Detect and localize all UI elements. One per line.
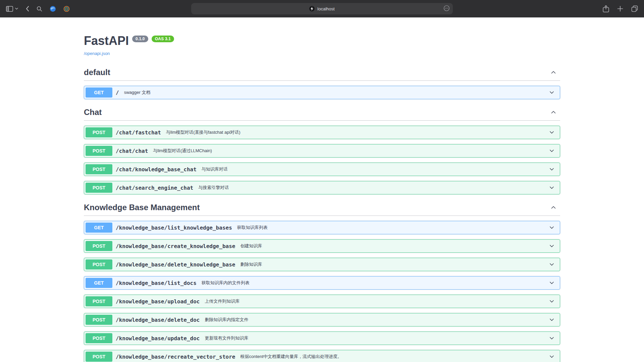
chevron-up-icon[interactable] xyxy=(551,205,556,210)
method-badge: POST xyxy=(86,164,112,174)
method-badge: POST xyxy=(86,127,112,137)
section-operations: GET /knowledge_base/list_knowledge_bases… xyxy=(84,221,560,362)
swagger-page: FastAPI 0.1.0 OAS 3.1 /openapi.json defa… xyxy=(0,17,644,362)
operation-description: 创建知识库 xyxy=(240,243,262,249)
site-favicon xyxy=(309,6,315,11)
sidebar-toggle-icon[interactable] xyxy=(6,6,13,12)
chevron-down-icon[interactable] xyxy=(548,166,555,173)
chevron-down-icon[interactable] xyxy=(548,129,555,136)
operation-description: 与llm模型对话(直接与fastchat api对话) xyxy=(166,129,240,135)
operation-path: /chat/chat xyxy=(116,148,148,154)
api-title-text: FastAPI xyxy=(84,34,129,48)
operation-path: /knowledge_base/delete_doc xyxy=(116,317,200,323)
chevron-down-icon[interactable] xyxy=(548,224,555,231)
operation-path: /knowledge_base/update_doc xyxy=(116,335,200,342)
chevron-down-icon[interactable] xyxy=(548,89,555,96)
sidebar-chevron-down-icon[interactable] xyxy=(15,8,18,10)
operation-description: 上传文件到知识库 xyxy=(205,298,239,304)
operation-description: 根据content中文档重建向量库，流式输出处理进度。 xyxy=(240,354,342,360)
method-badge: GET xyxy=(86,87,112,98)
back-icon[interactable] xyxy=(25,6,29,12)
chevron-down-icon[interactable] xyxy=(548,316,555,323)
operation-path: /knowledge_base/recreate_vector_store xyxy=(116,354,235,360)
operation-row[interactable]: POST /knowledge_base/recreate_vector_sto… xyxy=(84,350,560,362)
method-badge: POST xyxy=(86,259,112,269)
operation-description: 删除知识库 xyxy=(240,261,262,267)
new-tab-icon[interactable] xyxy=(617,6,623,12)
operation-row[interactable]: POST /chat/knowledge_base_chat 与知识库对话 xyxy=(84,163,560,176)
operation-row[interactable]: POST /chat/fastchat 与llm模型对话(直接与fastchat… xyxy=(84,126,560,139)
method-badge: POST xyxy=(86,146,112,156)
api-info: FastAPI 0.1.0 OAS 3.1 /openapi.json xyxy=(84,34,560,56)
rings-extension-icon[interactable] xyxy=(63,6,70,12)
chevron-down-icon[interactable] xyxy=(548,184,555,191)
address-text: localhost xyxy=(317,6,334,11)
operation-description: 与搜索引擎对话 xyxy=(198,185,229,191)
operation-row[interactable]: POST /chat/chat 与llm模型对话(通过LLMChain) xyxy=(84,144,560,158)
operation-row[interactable]: POST /knowledge_base/upload_doc 上传文件到知识库 xyxy=(84,295,560,308)
search-icon[interactable] xyxy=(37,6,42,12)
bird-extension-icon[interactable] xyxy=(50,6,56,12)
method-badge: POST xyxy=(86,352,112,362)
operation-description: 获取知识库列表 xyxy=(237,225,268,231)
section-title[interactable]: Chat xyxy=(84,108,102,117)
address-bar[interactable]: localhost xyxy=(191,3,453,14)
operation-description: 获取知识库内的文件列表 xyxy=(202,280,250,286)
operation-row[interactable]: POST /knowledge_base/create_knowledge_ba… xyxy=(84,239,560,253)
section-operations: GET / swagger 文档 xyxy=(84,86,560,99)
operation-path: /knowledge_base/create_knowledge_base xyxy=(116,243,235,249)
chevron-down-icon[interactable] xyxy=(548,147,555,154)
section-header[interactable]: Knowledge Base Management xyxy=(84,199,560,216)
method-badge: POST xyxy=(86,296,112,306)
method-badge: POST xyxy=(86,183,112,193)
section-operations: POST /chat/fastchat 与llm模型对话(直接与fastchat… xyxy=(84,126,560,194)
section-title[interactable]: default xyxy=(84,68,110,77)
chevron-up-icon[interactable] xyxy=(551,110,556,115)
operation-description: 删除知识库内指定文件 xyxy=(205,317,248,323)
operation-path: /knowledge_base/upload_doc xyxy=(116,298,200,305)
section-title[interactable]: Knowledge Base Management xyxy=(84,203,200,212)
method-badge: POST xyxy=(86,315,112,325)
section-header[interactable]: Chat xyxy=(84,104,560,121)
operations-sections: default GET / swagger 文档 Chat xyxy=(84,64,560,362)
operation-path: /knowledge_base/delete_knowledge_base xyxy=(116,261,235,268)
api-section: default GET / swagger 文档 xyxy=(84,64,560,99)
operation-path: /chat/knowledge_base_chat xyxy=(116,166,197,173)
operation-row[interactable]: GET /knowledge_base/list_knowledge_bases… xyxy=(84,221,560,234)
browser-toolbar: localhost xyxy=(0,0,644,17)
chevron-down-icon[interactable] xyxy=(548,243,555,249)
method-badge: GET xyxy=(86,223,112,233)
method-badge: POST xyxy=(86,241,112,251)
oas-badge: OAS 3.1 xyxy=(152,36,174,42)
method-badge: POST xyxy=(86,333,112,343)
chevron-down-icon[interactable] xyxy=(548,261,555,268)
api-title: FastAPI 0.1.0 OAS 3.1 xyxy=(84,34,560,48)
chevron-down-icon[interactable] xyxy=(548,335,555,342)
operation-description: swagger 文档 xyxy=(124,89,151,96)
openapi-json-link[interactable]: /openapi.json xyxy=(84,51,110,56)
page-menu-ellipsis-icon[interactable] xyxy=(443,5,450,12)
operation-description: 更新现有文件到知识库 xyxy=(205,335,248,341)
chevron-down-icon[interactable] xyxy=(548,280,555,286)
operation-row[interactable]: POST /knowledge_base/delete_knowledge_ba… xyxy=(84,258,560,271)
operation-row[interactable]: POST /knowledge_base/delete_doc 删除知识库内指定… xyxy=(84,313,560,326)
share-icon[interactable] xyxy=(603,5,609,12)
operation-path: /knowledge_base/list_knowledge_bases xyxy=(116,225,232,231)
operation-row[interactable]: POST /chat/search_engine_chat 与搜索引擎对话 xyxy=(84,181,560,194)
api-section: Knowledge Base Management GET /knowledge… xyxy=(84,199,560,362)
operation-path: /chat/search_engine_chat xyxy=(116,185,193,191)
operation-row[interactable]: GET /knowledge_base/list_docs 获取知识库内的文件列… xyxy=(84,276,560,290)
section-header[interactable]: default xyxy=(84,64,560,81)
operation-path: /knowledge_base/list_docs xyxy=(116,280,197,286)
operation-path: /chat/fastchat xyxy=(116,129,161,136)
chevron-up-icon[interactable] xyxy=(551,70,556,75)
tab-overview-icon[interactable] xyxy=(631,5,638,12)
operation-path: / xyxy=(116,89,119,96)
operation-row[interactable]: POST /knowledge_base/update_doc 更新现有文件到知… xyxy=(84,331,560,345)
operation-row[interactable]: GET / swagger 文档 xyxy=(84,86,560,99)
operation-description: 与llm模型对话(通过LLMChain) xyxy=(153,148,212,154)
chevron-down-icon[interactable] xyxy=(548,298,555,305)
version-badge: 0.1.0 xyxy=(132,36,148,42)
method-badge: GET xyxy=(86,278,112,288)
chevron-down-icon[interactable] xyxy=(548,353,555,360)
